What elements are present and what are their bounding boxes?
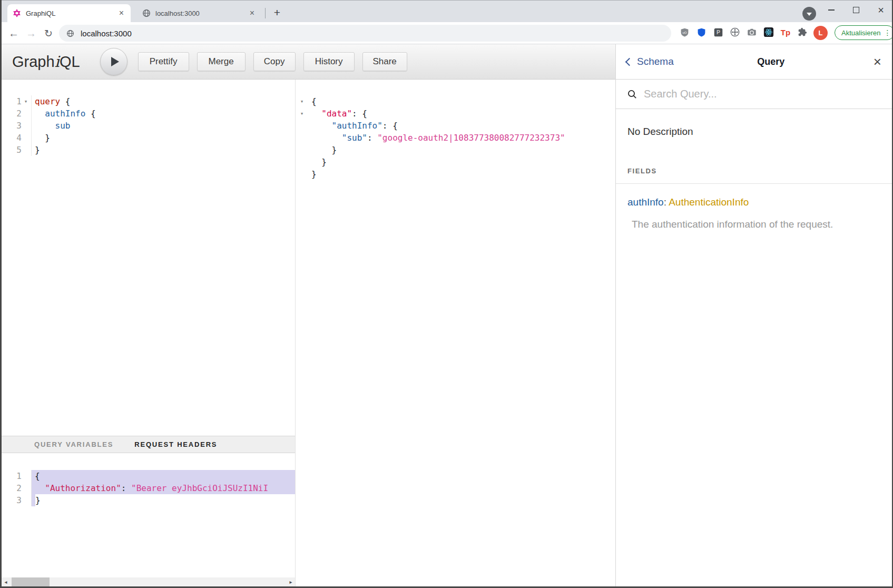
scroll-right-icon[interactable]: ▸ xyxy=(287,577,295,586)
code-line[interactable]: 1{ xyxy=(2,470,295,482)
query-editor[interactable]: 1▾query {2 authInfo {3 sub4 }5} xyxy=(2,80,295,436)
field-row: authInfo: AuthenticationInfo xyxy=(627,197,880,208)
tab-query-variables[interactable]: QUERY VARIABLES xyxy=(34,440,113,448)
tab-title: GraphiQL xyxy=(26,9,117,17)
minimize-button[interactable] xyxy=(822,2,841,18)
code-line[interactable]: 1▾query { xyxy=(2,95,295,107)
tab-close-icon[interactable]: × xyxy=(117,9,125,17)
shield-extension-icon[interactable]: uO xyxy=(679,26,690,38)
address-input[interactable] xyxy=(80,28,664,38)
gutter: 2 xyxy=(2,107,32,120)
doc-back-label: Schema xyxy=(637,56,674,67)
forward-button[interactable]: → xyxy=(24,26,38,41)
tab-separator xyxy=(265,8,266,18)
divider xyxy=(616,183,892,184)
doc-explorer-header: Schema Query × xyxy=(616,44,892,80)
history-button[interactable]: History xyxy=(303,52,355,71)
caret-down-icon xyxy=(807,13,812,16)
line-number: 3 xyxy=(2,120,22,132)
field-colon: : xyxy=(664,197,666,208)
move-crosshair-icon[interactable] xyxy=(729,26,741,38)
back-button[interactable]: ← xyxy=(6,26,21,41)
react-devtools-icon[interactable] xyxy=(763,26,774,38)
fold-spacer xyxy=(298,168,306,180)
gutter: 4 xyxy=(2,132,32,144)
browser-toolbar: ← → ↻ uO P xyxy=(0,22,893,44)
close-window-button[interactable]: × xyxy=(871,2,890,18)
fold-arrow-icon[interactable]: ▾ xyxy=(22,95,30,107)
code-text: { xyxy=(32,470,295,482)
tp-extension-icon[interactable]: Tp xyxy=(780,26,791,38)
headers-editor[interactable]: 1{2 "Authorization": "Bearer eyJhbGciOiJ… xyxy=(2,453,295,586)
code-line[interactable]: 5} xyxy=(2,144,295,156)
gutter xyxy=(296,120,308,132)
line-number: 1 xyxy=(2,470,22,482)
tab-localhost[interactable]: localhost:3000 × xyxy=(137,4,261,22)
tab-request-headers[interactable]: REQUEST HEADERS xyxy=(134,440,217,448)
scroll-left-icon[interactable]: ◂ xyxy=(2,577,10,586)
doc-search xyxy=(616,80,892,109)
scrollbar-thumb[interactable] xyxy=(12,577,50,586)
svg-text:uO: uO xyxy=(682,31,686,34)
tab-close-icon[interactable]: × xyxy=(248,9,256,17)
code-text: } xyxy=(32,144,295,156)
gutter: 2 xyxy=(2,482,32,494)
fold-spacer xyxy=(22,107,30,120)
fold-spacer xyxy=(22,494,30,506)
new-tab-button[interactable]: + xyxy=(270,5,284,20)
graphiql-app: GraphiQL Prettify Merge Copy History Sha… xyxy=(2,44,892,586)
chevron-left-icon xyxy=(625,58,634,66)
address-bar[interactable] xyxy=(59,25,671,42)
execute-button[interactable] xyxy=(100,48,127,75)
code-line[interactable]: 4 } xyxy=(2,132,295,144)
extensions-puzzle-icon[interactable] xyxy=(797,26,808,38)
letter-p-extension-icon[interactable]: P xyxy=(712,26,724,38)
share-button[interactable]: Share xyxy=(362,52,407,71)
play-icon xyxy=(111,57,119,66)
globe-icon xyxy=(142,9,151,17)
doc-close-icon[interactable]: × xyxy=(868,56,881,67)
camera-icon[interactable] xyxy=(746,26,758,38)
copy-button[interactable]: Copy xyxy=(253,52,296,71)
code-text: sub xyxy=(32,120,295,132)
graphiql-topbar: GraphiQL Prettify Merge Copy History Sha… xyxy=(2,44,615,80)
secondary-editor-tabs: QUERY VARIABLES REQUEST HEADERS xyxy=(2,436,295,453)
doc-search-input[interactable] xyxy=(643,87,880,101)
code-text: query { xyxy=(32,95,295,107)
line-number: 4 xyxy=(2,132,22,144)
window-border xyxy=(0,0,2,588)
code-line[interactable]: 3 sub xyxy=(2,120,295,132)
extension-icons: uO P Tp xyxy=(679,26,808,38)
tab-strip: GraphiQL × localhost:3000 × + × xyxy=(0,0,893,22)
aktualisieren-label: Aktualisieren xyxy=(841,29,880,37)
fold-arrow-icon[interactable]: ▾ xyxy=(298,95,306,107)
line-number: 2 xyxy=(2,482,22,494)
prettify-button[interactable]: Prettify xyxy=(138,52,189,71)
no-description-text: No Description xyxy=(627,126,880,138)
globe-icon xyxy=(66,30,74,37)
doc-back-link[interactable]: Schema xyxy=(626,56,674,67)
tab-title: localhost:3000 xyxy=(155,9,248,17)
aktualisieren-button[interactable]: Aktualisieren ⋮ xyxy=(835,25,893,40)
code-line[interactable]: 3} xyxy=(2,494,295,506)
code-line[interactable]: 2 "Authorization": "Bearer eyJhbGciOiJSU… xyxy=(2,482,295,494)
gutter: ▾ xyxy=(296,95,308,107)
profile-avatar[interactable]: L xyxy=(813,26,828,40)
bitwarden-shield-icon[interactable] xyxy=(695,26,707,38)
code-line[interactable]: 2 authInfo { xyxy=(2,107,295,120)
field-name-link[interactable]: authInfo xyxy=(627,197,664,208)
fold-arrow-icon[interactable]: ▾ xyxy=(298,107,306,120)
gutter: 3 xyxy=(2,120,32,132)
line-number: 5 xyxy=(2,144,22,156)
reload-button[interactable]: ↻ xyxy=(41,26,56,41)
horizontal-scrollbar[interactable]: ◂ ▸ xyxy=(2,577,295,586)
tab-graphiql[interactable]: GraphiQL × xyxy=(7,4,131,22)
fold-spacer xyxy=(22,144,30,156)
merge-button[interactable]: Merge xyxy=(197,52,246,71)
gutter xyxy=(296,144,308,156)
field-type-link[interactable]: AuthenticationInfo xyxy=(669,197,749,208)
search-icon xyxy=(627,90,637,99)
maximize-button[interactable] xyxy=(847,2,866,18)
download-indicator[interactable] xyxy=(802,7,816,21)
gutter: 1▾ xyxy=(2,95,32,107)
